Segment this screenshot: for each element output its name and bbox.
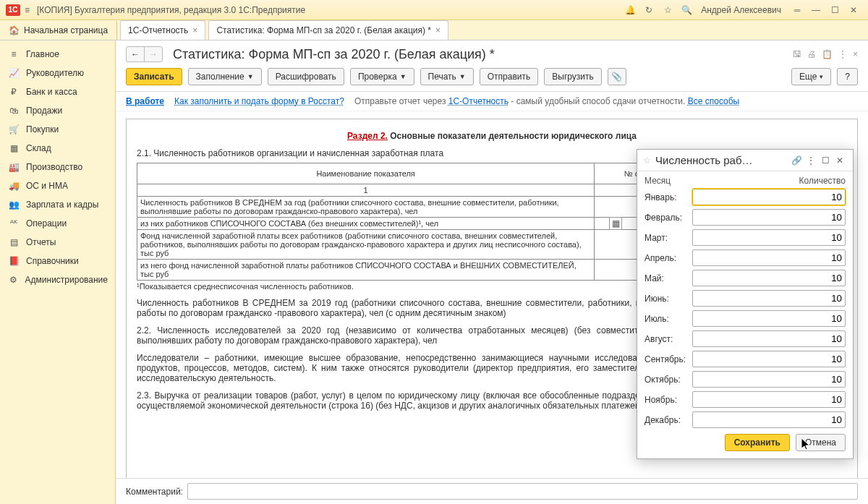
vygruzit-button[interactable]: Выгрузить (544, 68, 602, 85)
month-input[interactable] (692, 249, 846, 266)
month-row: Май: (644, 270, 846, 286)
home-tab[interactable]: 🏠 Начальная страница (0, 21, 117, 40)
dialog-save-button[interactable]: Сохранить (725, 434, 790, 451)
tab-close-icon[interactable]: × (435, 25, 441, 35)
copy-icon[interactable]: 📋 (822, 49, 833, 59)
user-label[interactable]: Андрей Алексеевич (701, 5, 781, 15)
month-input[interactable] (692, 270, 846, 286)
sidebar-item[interactable]: 🛍Продажи (0, 101, 115, 120)
bell-icon[interactable]: 🔔 (621, 3, 639, 17)
toolbar: Записать Заполнение▼ Расшифровать Провер… (116, 65, 868, 92)
save-icon[interactable]: 🖫 (793, 49, 801, 59)
eshe-button[interactable]: Еще▾ (791, 68, 831, 85)
nav-forward-button[interactable]: → (144, 46, 163, 62)
dialog-star-icon[interactable]: ☆ (643, 155, 651, 166)
work-state-link[interactable]: В работе (126, 96, 164, 106)
month-input[interactable] (692, 229, 846, 246)
tab-label: Статистика: Форма МП-сп за 2020 г. (Бела… (216, 25, 431, 35)
sidebar-item[interactable]: 🛒Покупки (0, 120, 115, 139)
sidebar-item[interactable]: 📕Справочники (0, 252, 115, 270)
dialog-more-icon[interactable]: ⋮ (804, 155, 818, 166)
history-icon[interactable]: ↻ (640, 3, 658, 17)
minimize-icon[interactable]: — (807, 3, 825, 17)
month-input[interactable] (692, 371, 846, 388)
comment-input[interactable] (187, 483, 858, 500)
month-row: Январь: (644, 189, 846, 205)
sidebar-item[interactable]: ⚙Администрирование (0, 270, 115, 289)
month-label: Май: (644, 273, 692, 283)
help-button[interactable]: ? (837, 68, 858, 85)
sidebar-item-icon: ▦ (7, 143, 20, 153)
tab-statistika[interactable]: Статистика: Форма МП-сп за 2020 г. (Бела… (208, 20, 448, 40)
all-ways-link[interactable]: Все способы (688, 96, 740, 106)
month-input[interactable] (692, 351, 846, 367)
col-month: Месяц (644, 176, 671, 186)
dialog-link-icon[interactable]: 🔗 (789, 155, 804, 166)
month-input[interactable] (692, 189, 846, 205)
sidebar-item[interactable]: ᴬᴷОперации (0, 214, 115, 233)
tab-label: 1С-Отчетность (128, 25, 188, 35)
month-input[interactable] (692, 290, 846, 307)
row-calc-icon[interactable]: ▦ (609, 217, 622, 230)
sidebar-item[interactable]: ≡Главное (0, 45, 115, 64)
caret-icon: ▾ (820, 73, 823, 80)
sidebar-item-label: Администрирование (25, 275, 108, 285)
month-row: Ноябрь: (644, 391, 846, 408)
month-input[interactable] (692, 330, 846, 347)
month-input[interactable] (692, 411, 846, 428)
r12-name: из него фонд начисленной заработной плат… (137, 260, 595, 281)
month-input[interactable] (692, 209, 846, 226)
print-icon[interactable]: 🖨 (807, 49, 816, 59)
sidebar-item[interactable]: ▦Склад (0, 139, 115, 158)
pechat-button[interactable]: Печать▼ (420, 68, 474, 85)
btn-label: Заполнение (196, 72, 244, 82)
dialog-cancel-button[interactable]: Отмена (796, 434, 846, 451)
app-title: [КОПИЯ] Бухгалтерия предприятия, редакци… (37, 5, 620, 15)
close-page-icon[interactable]: × (853, 49, 858, 59)
home-icon: 🏠 (9, 25, 20, 35)
star-icon[interactable]: ☆ (659, 3, 676, 17)
month-label: Август: (644, 334, 692, 344)
hamburger-icon[interactable]: ≡ (25, 5, 30, 15)
tab-1c-otchetnost[interactable]: 1С-Отчетность × (120, 20, 205, 40)
more-icon[interactable]: ⋮ (838, 49, 847, 59)
howto-link[interactable]: Как заполнить и подать форму в Росстат? (174, 96, 344, 106)
sidebar-item-icon: 🏭 (7, 162, 20, 172)
sidebar-item[interactable]: ▤Отчеты (0, 233, 115, 252)
hint-link[interactable]: 1С-Отчетность (448, 96, 509, 106)
sidebar-item[interactable]: 🚚ОС и НМА (0, 176, 115, 195)
zapisat-button[interactable]: Записать (126, 68, 182, 85)
dialog-maximize-icon[interactable]: ☐ (818, 155, 833, 166)
close-icon[interactable]: ✕ (845, 3, 862, 17)
maximize-icon[interactable]: ☐ (826, 3, 843, 17)
month-row: Декабрь: (644, 411, 846, 428)
tab-close-icon[interactable]: × (192, 25, 197, 35)
zapolnenie-button[interactable]: Заполнение▼ (188, 68, 262, 85)
sidebar-item[interactable]: 🏭Производство (0, 158, 115, 176)
window-menu-icon[interactable]: ═ (788, 3, 806, 17)
rasshifrovat-button[interactable]: Расшифровать (268, 68, 344, 85)
sidebar-item-label: Покупки (26, 124, 59, 134)
nav-back-button[interactable]: ← (126, 46, 145, 62)
month-input[interactable] (692, 310, 846, 327)
r09-name: Численность работников В СРЕДНЕМ за год … (137, 197, 595, 218)
section-title-text: Основные показатели деятельности юридиче… (390, 131, 637, 141)
dialog-close-icon[interactable]: ✕ (833, 155, 847, 166)
r10-name: из них работников СПИСОЧНОГО СОСТАВА (бе… (137, 218, 595, 230)
search-icon[interactable]: 🔍 (678, 3, 695, 17)
tabbar: 🏠 Начальная страница 1С-Отчетность × Ста… (0, 20, 868, 40)
sidebar-item[interactable]: 👥Зарплата и кадры (0, 195, 115, 214)
caret-icon: ▼ (459, 73, 466, 80)
sidebar-item-icon: 🛒 (7, 124, 20, 134)
line13-label: Численность работников В СРЕДНЕМ за 2019… (137, 298, 692, 318)
sidebar-item[interactable]: ₽Банк и касса (0, 82, 115, 101)
month-label: Декабрь: (644, 415, 692, 425)
r11-name: Фонд начисленной заработной платы всех р… (137, 230, 595, 260)
attach-button[interactable]: 📎 (608, 68, 626, 85)
otpravit-button[interactable]: Отправить (480, 68, 539, 85)
month-input[interactable] (692, 391, 846, 408)
proverka-button[interactable]: Проверка▼ (350, 68, 414, 85)
sidebar-item-label: Руководителю (26, 68, 84, 78)
th-name: Наименование показателя (137, 163, 595, 184)
sidebar-item[interactable]: 📈Руководителю (0, 64, 115, 82)
